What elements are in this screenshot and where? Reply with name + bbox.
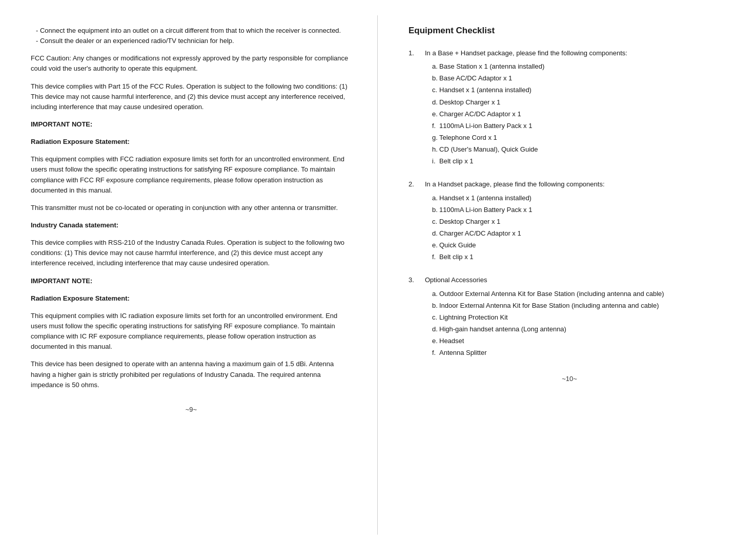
- alpha-label-1-8: h.: [425, 144, 439, 155]
- alpha-item-2-5: e.Quick Guide: [425, 240, 730, 250]
- left-page-number: ~9~: [31, 406, 352, 413]
- alpha-label-2-4: d.: [425, 228, 439, 239]
- alpha-label-1-9: i.: [425, 156, 439, 166]
- alpha-label-3-4: d.: [425, 324, 439, 334]
- alpha-content-1-1: Base Station x 1 (antenna installed): [439, 61, 730, 72]
- alpha-content-2-4: Charger AC/DC Adaptor x 1: [439, 228, 730, 239]
- alpha-content-3-6: Antenna Splitter: [439, 348, 730, 358]
- alpha-item-3-1: a.Outdoor External Antenna Kit for Base …: [425, 289, 730, 299]
- numbered-item-3: 3.Optional Accessoriesa.Outdoor External…: [408, 275, 730, 359]
- alpha-item-2-4: d.Charger AC/DC Adaptor x 1: [425, 228, 730, 239]
- alpha-content-1-5: Charger AC/DC Adaptor x 1: [439, 109, 730, 119]
- alpha-label-3-3: c.: [425, 312, 439, 323]
- alpha-label-1-4: d.: [425, 97, 439, 108]
- alpha-label-3-2: b.: [425, 301, 439, 311]
- alpha-item-1-8: h.CD (User's Manual), Quick Guide: [425, 144, 730, 155]
- bullet-item-2: - Consult the dealer or an experienced r…: [36, 36, 352, 46]
- checklist-heading: Equipment Checklist: [408, 26, 730, 36]
- alpha-content-2-3: Desktop Charger x 1: [439, 217, 730, 227]
- alpha-content-2-6: Belt clip x 1: [439, 252, 730, 262]
- num-content-3: Optional Accessoriesa.Outdoor External A…: [425, 275, 730, 359]
- alpha-content-1-8: CD (User's Manual), Quick Guide: [439, 144, 730, 155]
- fcc-part15-text: This device complies with Part 15 of the…: [31, 81, 352, 112]
- alpha-label-1-2: b.: [425, 73, 439, 83]
- alpha-item-1-1: a.Base Station x 1 (antenna installed): [425, 61, 730, 72]
- alpha-content-3-3: Lightning Protection Kit: [439, 312, 730, 323]
- alpha-label-2-1: a.: [425, 193, 439, 203]
- fcc-caution-text: FCC Caution: Any changes or modification…: [31, 53, 352, 74]
- alpha-item-1-4: d.Desktop Charger x 1: [425, 97, 730, 108]
- alpha-label-1-3: c.: [425, 85, 439, 95]
- alpha-content-2-1: Handset x 1 (antenna installed): [439, 193, 730, 203]
- alpha-list-2: a.Handset x 1 (antenna installed)b.1100m…: [425, 193, 730, 263]
- alpha-item-3-2: b.Indoor External Antenna Kit for Base S…: [425, 301, 730, 311]
- alpha-content-3-5: Headset: [439, 336, 730, 346]
- alpha-content-1-6: 1100mA Li-ion Battery Pack x 1: [439, 121, 730, 131]
- alpha-label-3-6: f.: [425, 348, 439, 358]
- important-note-label-2: IMPORTANT NOTE:: [31, 276, 352, 286]
- radiation-text-fcc: This equipment complies with FCC radiati…: [31, 154, 352, 196]
- alpha-label-1-7: g.: [425, 133, 439, 143]
- alpha-content-3-2: Indoor External Antenna Kit for Base Sta…: [439, 301, 730, 311]
- alpha-label-1-6: f.: [425, 121, 439, 131]
- alpha-label-3-1: a.: [425, 289, 439, 299]
- numbered-item-1: 1.In a Base + Handset package, please fi…: [408, 48, 730, 168]
- industry-canada-heading: Industry Canada statement:: [31, 220, 352, 230]
- alpha-item-2-1: a.Handset x 1 (antenna installed): [425, 193, 730, 203]
- alpha-list-1: a.Base Station x 1 (antenna installed)b.…: [425, 61, 730, 166]
- alpha-label-3-5: e.: [425, 336, 439, 346]
- alpha-item-1-6: f.1100mA Li-ion Battery Pack x 1: [425, 121, 730, 131]
- alpha-item-3-6: f.Antenna Splitter: [425, 348, 730, 358]
- bullet-list: - Connect the equipment into an outlet o…: [31, 26, 352, 46]
- num-label-2: 2.: [408, 179, 425, 189]
- alpha-item-2-6: f.Belt clip x 1: [425, 252, 730, 262]
- alpha-content-1-4: Desktop Charger x 1: [439, 97, 730, 108]
- numbered-item-2: 2.In a Handset package, please find the …: [408, 179, 730, 264]
- num-content-2: In a Handset package, please find the fo…: [425, 179, 730, 264]
- num-content-1: In a Base + Handset package, please find…: [425, 48, 730, 168]
- transmitter-text: This transmitter must not be co-located …: [31, 203, 352, 213]
- bullet-item-1: - Connect the equipment into an outlet o…: [36, 26, 352, 36]
- alpha-content-3-4: High-gain handset antenna (Long antenna): [439, 324, 730, 334]
- num-intro-3: Optional Accessories: [425, 276, 487, 284]
- alpha-content-1-7: Telephone Cord x 1: [439, 133, 730, 143]
- num-label-1: 1.: [408, 48, 425, 58]
- alpha-item-3-3: c.Lightning Protection Kit: [425, 312, 730, 323]
- alpha-content-2-5: Quick Guide: [439, 240, 730, 250]
- alpha-item-2-2: b.1100mA Li-ion Battery Pack x 1: [425, 205, 730, 215]
- alpha-item-1-5: e.Charger AC/DC Adaptor x 1: [425, 109, 730, 119]
- num-label-3: 3.: [408, 275, 425, 285]
- radiation-label-1: Radiation Exposure Statement:: [31, 137, 352, 147]
- alpha-label-1-5: e.: [425, 109, 439, 119]
- alpha-label-2-5: e.: [425, 240, 439, 250]
- alpha-list-3: a.Outdoor External Antenna Kit for Base …: [425, 289, 730, 358]
- important-note-label-1: IMPORTANT NOTE:: [31, 119, 352, 130]
- alpha-content-1-3: Handset x 1 (antenna installed): [439, 85, 730, 95]
- alpha-item-1-3: c.Handset x 1 (antenna installed): [425, 85, 730, 95]
- right-page: Equipment Checklist 1.In a Base + Handse…: [378, 15, 756, 535]
- radiation-text-ic: This equipment complies with IC radiatio…: [31, 311, 352, 352]
- alpha-content-1-2: Base AC/DC Adaptor x 1: [439, 73, 730, 83]
- num-intro-2: In a Handset package, please find the fo…: [425, 180, 605, 188]
- alpha-label-1-1: a.: [425, 61, 439, 72]
- alpha-label-2-6: f.: [425, 252, 439, 262]
- left-page: - Connect the equipment into an outlet o…: [0, 15, 378, 535]
- alpha-content-2-2: 1100mA Li-ion Battery Pack x 1: [439, 205, 730, 215]
- alpha-label-2-3: c.: [425, 217, 439, 227]
- numbered-list: 1.In a Base + Handset package, please fi…: [408, 48, 730, 359]
- alpha-item-1-2: b.Base AC/DC Adaptor x 1: [425, 73, 730, 83]
- alpha-item-3-5: e.Headset: [425, 336, 730, 346]
- radiation-label-2: Radiation Exposure Statement:: [31, 293, 352, 304]
- right-page-number: ~10~: [408, 375, 730, 383]
- alpha-item-1-9: i.Belt clip x 1: [425, 156, 730, 166]
- num-intro-1: In a Base + Handset package, please find…: [425, 49, 627, 57]
- alpha-item-2-3: c.Desktop Charger x 1: [425, 217, 730, 227]
- alpha-item-3-4: d.High-gain handset antenna (Long antenn…: [425, 324, 730, 334]
- alpha-content-3-1: Outdoor External Antenna Kit for Base St…: [439, 289, 730, 299]
- alpha-content-1-9: Belt clip x 1: [439, 156, 730, 166]
- alpha-item-1-7: g.Telephone Cord x 1: [425, 133, 730, 143]
- antenna-text: This device has been designed to operate…: [31, 359, 352, 390]
- alpha-label-2-2: b.: [425, 205, 439, 215]
- industry-canada-text: This device complies with RSS-210 of the…: [31, 238, 352, 268]
